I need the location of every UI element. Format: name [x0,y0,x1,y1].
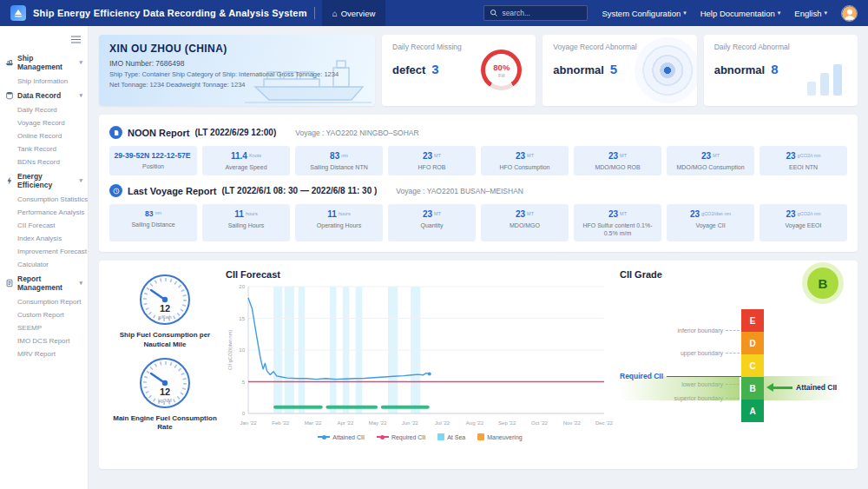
voyage-record-abnormal-card: Voyage Record Abnormal abnormal5 [542,35,696,106]
gauge-dial: 12 g/Kwh [138,273,192,327]
sidebar-group-report-management: Report Management ▾ Consumption Report C… [0,271,88,360]
value-text: 23 [690,209,700,219]
legend-item[interactable]: Required CII [377,434,425,440]
sidebar-item-imo-dcs-report[interactable]: IMO DCS Report [0,334,88,347]
value-text: 83 [145,209,154,218]
sidebar-group-header-report-management[interactable]: Report Management ▾ [0,271,88,295]
sidebar-group-header-ship-management[interactable]: Ship Management ▾ [0,50,88,75]
abnormal-count: 5 [610,62,617,76]
value-text: 23 [608,209,618,219]
topbar-left: Ship Energy Efficiency Data Recording & … [10,0,385,26]
sidebar-item-online-record[interactable]: Online Record [0,129,88,142]
stat-value: 23MT [669,151,752,161]
stat-value: 23MT [391,151,473,161]
noon-report-voyage: Voyage : YAO2202 NINGBO–SOHAR [295,129,418,137]
gauge-label: Main Engine Fuel Consumption Rate [109,414,220,433]
sidebar-group-header-energy-efficiency[interactable]: Energy Efficiency ▾ [0,169,88,193]
value-unit: gCO2/dwt·nm [701,211,731,216]
sidebar-group-ship-management: Ship Management ▾ Ship Information [0,50,88,88]
app-title: Ship Energy Efficiency Data Recording & … [33,8,307,18]
sidebar-item-improvement-forecast[interactable]: Improvement Forecast [0,245,88,258]
stat-value: 23MT [483,209,566,219]
sidebar-item-tank-record[interactable]: Tank Record [0,142,88,155]
fill-percentage: 80% [493,63,510,72]
x-tick-label: Nov '22 [563,420,582,426]
stat-tile-voyage-cii: 23gCO2/dwt·nm Voyage CII [667,204,754,241]
stat-value: 23MT [483,151,566,161]
topbar-right: System Configuration ▾ Help Documentatio… [483,5,858,22]
menu-help-documentation-label: Help Documentation [700,9,775,18]
bar-chart-decoration [807,82,816,96]
defect-count: 3 [431,62,438,76]
search-input[interactable] [502,9,582,17]
value-text: 83 [330,151,339,161]
sidebar-item-custom-report[interactable]: Custom Report [0,308,88,321]
value-unit: MT [527,211,534,216]
x-tick-label: Feb '22 [272,420,289,426]
sidebar-item-daily-record[interactable]: Daily Record [0,103,88,116]
value-text: 11 [234,209,244,219]
stat-tile-mdo-mgo: 23MT MDO/MGO [481,204,569,241]
stat-tile-hfo-sulfur: 23MT HFO Sulfur content 0.1%- 0.5% m/m [574,204,661,241]
stat-label: MDO/MGO [483,222,566,229]
sidebar-item-consumption-statistics[interactable]: Consumption Statistics [0,193,88,206]
menu-system-configuration[interactable]: System Configuration ▾ [602,9,686,18]
sidebar-item-bdns-record[interactable]: BDNs Record [0,155,88,169]
main-content: XIN OU ZHOU (CHINA) IMO Number: 7686498 … [89,26,868,489]
last-voyage-report-voyage: Voyage : YAO2201 BUSAN–MEISHAN [396,187,523,195]
stat-value: 23gCO2/t·nm [762,209,845,219]
sidebar-item-voyage-record[interactable]: Voyage Record [0,116,88,129]
value-text: 23 [701,151,711,161]
daily-record-abnormal-card: Daily Record Abnormal abnormal8 [704,35,858,106]
cii-grade-section: CII Grade B E D C B A inferior boundary [620,269,847,460]
sidebar-item-ship-information[interactable]: Ship Information [0,75,88,88]
sidebar-item-performance-analysis[interactable]: Performance Analysis [0,206,88,219]
value-text: 11 [327,209,337,219]
legend-item[interactable]: At Sea [437,433,465,440]
sidebar-item-index-analysis[interactable]: Index Analysis [0,232,88,245]
sidebar-collapse-icon[interactable] [0,30,88,50]
sidebar-item-calculator[interactable]: Calculator [0,258,88,271]
menu-language[interactable]: English ▾ [794,9,827,18]
energy-icon [5,176,14,185]
x-tick-label: Dec '22 [595,420,613,426]
stat-value: 23gCO2/t·nm [762,151,845,161]
stat-label: Voyage EEOI [762,222,845,229]
sidebar-item-seemp[interactable]: SEEMP [0,321,88,334]
sidebar-item-mrv-report[interactable]: MRV Report [0,347,88,360]
y-axis-title: CII gCO2/(dwt·nm) [227,330,233,370]
cii-forecast-title: CII Forecast [226,269,615,280]
topbar-divider [314,7,315,19]
gauge-label: Ship Fuel Consumption per Nautical Mile [109,331,220,349]
chevron-down-icon: ▾ [79,92,82,99]
stat-label: Average Speed [205,164,287,171]
stat-label: Voyage CII [669,222,752,229]
x-tick-label: Jan '22 [240,420,257,426]
grade-block-c: C [741,354,764,377]
legend-label: At Sea [447,434,465,440]
abnormal-keyword: abnormal [553,63,604,76]
home-icon: ⌂ [332,9,338,18]
sidebar-item-consumption-report[interactable]: Consumption Report [0,295,88,308]
menu-help-documentation[interactable]: Help Documentation ▾ [700,9,781,18]
search-box[interactable] [483,5,588,21]
tab-overview[interactable]: ⌂ Overview [322,0,386,26]
x-tick-label: Jul '22 [435,420,450,426]
sidebar-group-energy-efficiency: Energy Efficiency ▾ Consumption Statisti… [0,169,88,271]
user-avatar[interactable] [841,5,858,22]
stat-tile-sailing-distance-ntn: 83nm Sailing Distance NTN [295,146,383,175]
value-unit: MT [620,153,627,158]
voyage-report-icon [109,184,122,197]
value-text: 23 [423,209,432,219]
fill-progress-ring: 80% Fill [481,50,522,90]
sidebar-group-label: Data Record [17,91,61,100]
stat-label: HFO ROB [391,164,473,171]
stat-value: 29-39-52N 122-12-57E [112,151,194,160]
legend-item[interactable]: Maneuvering [477,433,522,440]
timeline-segment [273,406,323,409]
legend-item[interactable]: Attained CII [318,434,365,440]
reports-panel: NOON Report (LT 2022/6/29 12:00) Voyage … [99,115,858,252]
sidebar-group-header-data-record[interactable]: Data Record ▾ [0,88,88,103]
sidebar-item-cii-forecast[interactable]: CII Forecast [0,219,88,232]
value-unit: MT [713,153,720,158]
